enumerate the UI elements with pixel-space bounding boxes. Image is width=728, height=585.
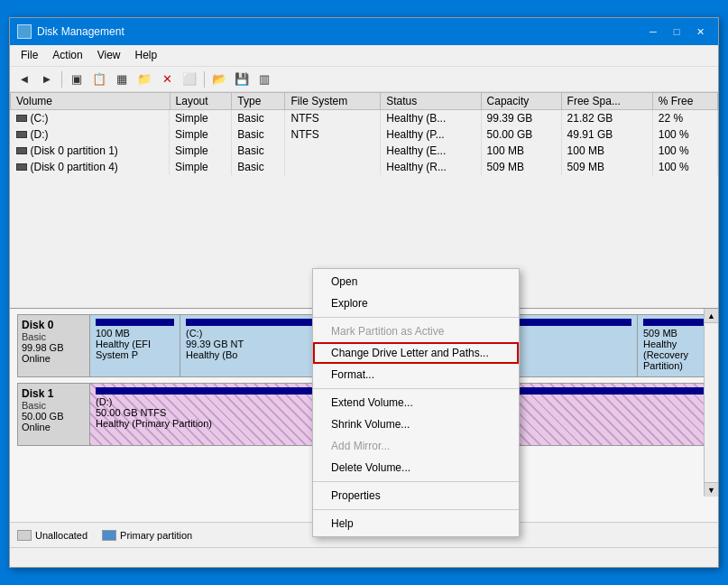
col-free[interactable]: Free Spa...	[561, 93, 652, 110]
toolbar-sep-2	[204, 71, 205, 88]
table-row[interactable]: (Disk 0 partition 4) Simple Basic Health…	[11, 159, 718, 175]
toolbar-btn-9[interactable]: 📂	[208, 70, 230, 89]
toolbar-sep-1	[61, 71, 62, 88]
window-controls: ─ □ ✕	[642, 23, 711, 41]
disk-0-type: Basic	[22, 331, 86, 342]
toolbar-btn-10[interactable]: 💾	[231, 70, 253, 89]
scroll-up[interactable]: ▲	[705, 309, 718, 323]
col-layout[interactable]: Layout	[170, 93, 232, 110]
cell-pct-3: 100 %	[652, 159, 717, 175]
minimize-button[interactable]: ─	[642, 23, 664, 41]
disk-1-status: Online	[22, 422, 86, 432]
vertical-scrollbar[interactable]: ▲ ▼	[704, 309, 718, 497]
cell-fs-1: NTFS	[285, 126, 381, 143]
disk-0-recovery-bar	[643, 319, 704, 326]
ctx-open[interactable]: Open	[313, 271, 519, 292]
scroll-down[interactable]: ▼	[705, 482, 718, 497]
disk-0-efi-desc: Healthy (EFI System P	[96, 339, 174, 360]
toolbar-forward[interactable]: ►	[36, 70, 58, 89]
cell-pct-2: 100 %	[652, 143, 717, 159]
disk-1-size: 50.00 GB	[22, 411, 86, 422]
menu-action[interactable]: Action	[45, 47, 89, 64]
col-status[interactable]: Status	[381, 93, 481, 110]
cell-capacity-0: 99.39 GB	[481, 110, 561, 127]
volume-icon-1	[16, 131, 27, 138]
cell-type-1: Basic	[232, 126, 285, 143]
ctx-properties[interactable]: Properties	[313, 485, 519, 506]
cell-status-1: Healthy (P...	[381, 126, 481, 143]
disk-0-efi-partition[interactable]: 100 MB Healthy (EFI System P	[90, 315, 180, 376]
ctx-change-drive-letter[interactable]: Change Drive Letter and Paths...	[313, 342, 519, 364]
legend-unallocated-color	[17, 530, 32, 541]
ctx-explore[interactable]: Explore	[313, 292, 519, 314]
maximize-button[interactable]: □	[666, 23, 687, 41]
disk-0-name: Disk 0	[22, 319, 86, 331]
col-volume[interactable]: Volume	[11, 93, 170, 110]
disk-0-status: Online	[22, 353, 86, 364]
toolbar-back[interactable]: ◄	[14, 70, 35, 89]
toolbar-btn-x[interactable]: ✕	[156, 70, 178, 89]
ctx-sep-4	[313, 509, 519, 510]
toolbar-btn-5[interactable]: ▦	[111, 70, 133, 89]
volume-table: Volume Layout Type File System Status Ca…	[10, 92, 718, 175]
ctx-sep-3	[313, 481, 519, 482]
scroll-track	[705, 323, 718, 482]
toolbar: ◄ ► ▣ 📋 ▦ 📁 ✕ ⬜ 📂 💾 ▥	[10, 67, 718, 92]
legend-primary-color	[102, 530, 116, 541]
main-window: Disk Management ─ □ ✕ File Action View H…	[9, 17, 719, 568]
cell-pct-1: 100 %	[652, 126, 717, 143]
col-pct[interactable]: % Free	[652, 93, 717, 110]
col-fs[interactable]: File System	[285, 93, 381, 110]
disk-0-recovery-size: 509 MB	[643, 328, 704, 339]
close-button[interactable]: ✕	[689, 23, 711, 41]
menu-help[interactable]: Help	[128, 47, 165, 64]
toolbar-btn-11[interactable]: ▥	[253, 70, 275, 89]
cell-capacity-2: 100 MB	[481, 143, 561, 159]
menu-view[interactable]: View	[90, 47, 128, 64]
ctx-format[interactable]: Format...	[313, 364, 519, 385]
disk-0-label: Disk 0 Basic 99.98 GB Online	[18, 315, 90, 376]
ctx-shrink[interactable]: Shrink Volume...	[313, 413, 519, 435]
cell-layout-2: Simple	[170, 143, 232, 159]
toolbar-btn-4[interactable]: 📋	[88, 70, 110, 89]
table-row[interactable]: (C:) Simple Basic NTFS Healthy (B... 99.…	[11, 110, 718, 127]
cell-status-2: Healthy (E...	[381, 143, 481, 159]
cell-volume-2: (Disk 0 partition 1)	[11, 143, 170, 159]
disk-0-efi-size: 100 MB	[96, 328, 174, 339]
toolbar-btn-8[interactable]: ⬜	[179, 70, 200, 89]
ctx-help[interactable]: Help	[313, 513, 519, 534]
cell-volume-1: (D:)	[11, 126, 170, 143]
cell-pct-0: 22 %	[652, 110, 717, 127]
cell-fs-2	[285, 143, 381, 159]
cell-type-3: Basic	[232, 159, 285, 175]
table-row[interactable]: (D:) Simple Basic NTFS Healthy (P... 50.…	[11, 126, 718, 143]
disk-1-label: Disk 1 Basic 50.00 GB Online	[18, 384, 90, 445]
col-type[interactable]: Type	[232, 93, 285, 110]
ctx-mark-active[interactable]: Mark Partition as Active	[313, 320, 519, 342]
menu-bar: File Action View Help	[10, 45, 718, 67]
ctx-delete[interactable]: Delete Volume...	[313, 457, 519, 478]
title-bar: Disk Management ─ □ ✕	[10, 18, 718, 45]
cell-layout-0: Simple	[170, 110, 232, 127]
volume-icon-0	[16, 115, 27, 122]
cell-capacity-3: 509 MB	[481, 159, 561, 175]
legend-primary-label: Primary partition	[120, 530, 192, 541]
ctx-add-mirror[interactable]: Add Mirror...	[313, 435, 519, 457]
cell-status-3: Healthy (R...	[381, 159, 481, 175]
menu-file[interactable]: File	[14, 47, 45, 64]
content-area: Volume Layout Type File System Status Ca…	[10, 92, 718, 547]
legend-unallocated-label: Unallocated	[35, 530, 88, 541]
disk-0-efi-bar	[96, 319, 174, 326]
disk-0-recovery-partition[interactable]: 509 MB Healthy (Recovery Partition)	[638, 315, 710, 376]
ctx-sep-2	[313, 388, 519, 389]
ctx-extend[interactable]: Extend Volume...	[313, 392, 519, 413]
toolbar-btn-3[interactable]: ▣	[66, 70, 88, 89]
volume-icon-3	[16, 163, 27, 171]
volume-icon-2	[16, 147, 27, 154]
col-capacity[interactable]: Capacity	[481, 93, 561, 110]
legend-primary: Primary partition	[102, 530, 192, 541]
cell-volume-3: (Disk 0 partition 4)	[11, 159, 170, 175]
toolbar-btn-6[interactable]: 📁	[134, 70, 155, 89]
cell-free-0: 21.82 GB	[561, 110, 652, 127]
table-row[interactable]: (Disk 0 partition 1) Simple Basic Health…	[11, 143, 718, 159]
